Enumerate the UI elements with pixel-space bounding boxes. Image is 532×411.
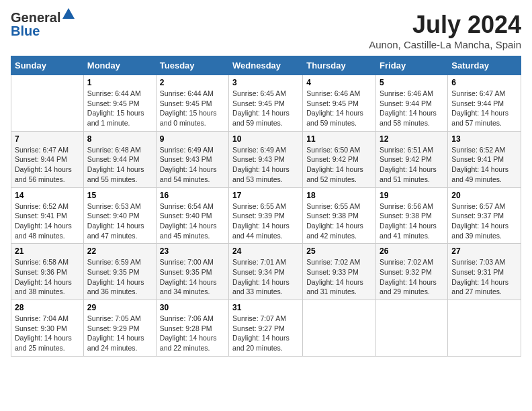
day-number: 9 (160, 134, 225, 144)
day-cell: 14Sunrise: 6:52 AM Sunset: 9:41 PM Dayli… (11, 187, 84, 244)
day-cell: 6Sunrise: 6:47 AM Sunset: 9:44 PM Daylig… (448, 75, 521, 132)
day-cell: 24Sunrise: 7:01 AM Sunset: 9:34 PM Dayli… (229, 244, 303, 300)
day-cell: 16Sunrise: 6:54 AM Sunset: 9:40 PM Dayli… (156, 187, 228, 244)
day-number: 5 (380, 78, 444, 87)
day-cell: 3Sunrise: 6:45 AM Sunset: 9:45 PM Daylig… (229, 75, 303, 132)
header-cell-thursday: Thursday (303, 56, 376, 75)
day-info: Sunrise: 7:02 AM Sunset: 9:33 PM Dayligh… (306, 257, 372, 297)
day-number: 16 (160, 191, 225, 200)
logo-triangle-icon (62, 8, 75, 19)
header: General Blue July 2024 Aunon, Castille-L… (11, 11, 521, 50)
day-number: 17 (232, 191, 299, 200)
day-number: 8 (87, 134, 152, 144)
day-cell: 8Sunrise: 6:48 AM Sunset: 9:44 PM Daylig… (83, 131, 156, 187)
day-cell: 25Sunrise: 7:02 AM Sunset: 9:33 PM Dayli… (303, 244, 376, 300)
day-info: Sunrise: 6:59 AM Sunset: 9:35 PM Dayligh… (87, 257, 152, 297)
day-info: Sunrise: 6:44 AM Sunset: 9:45 PM Dayligh… (87, 89, 152, 128)
logo: General Blue (11, 11, 75, 38)
day-number: 30 (160, 303, 225, 312)
day-cell (11, 75, 84, 132)
calendar-subtitle: Aunon, Castille-La Mancha, Spain (369, 39, 521, 50)
day-info: Sunrise: 6:52 AM Sunset: 9:41 PM Dayligh… (15, 201, 80, 241)
day-number: 6 (451, 78, 517, 87)
week-row-1: 1Sunrise: 6:44 AM Sunset: 9:45 PM Daylig… (11, 75, 521, 132)
day-info: Sunrise: 6:46 AM Sunset: 9:45 PM Dayligh… (306, 89, 372, 128)
day-cell: 19Sunrise: 6:56 AM Sunset: 9:38 PM Dayli… (376, 187, 448, 244)
day-number: 27 (451, 246, 517, 256)
day-info: Sunrise: 6:54 AM Sunset: 9:40 PM Dayligh… (160, 201, 225, 241)
day-cell: 31Sunrise: 7:07 AM Sunset: 9:27 PM Dayli… (229, 300, 303, 357)
day-cell: 20Sunrise: 6:57 AM Sunset: 9:37 PM Dayli… (448, 187, 521, 244)
day-number: 12 (380, 134, 444, 144)
day-cell: 12Sunrise: 6:51 AM Sunset: 9:42 PM Dayli… (376, 131, 448, 187)
day-cell (376, 300, 448, 357)
day-cell: 7Sunrise: 6:47 AM Sunset: 9:44 PM Daylig… (11, 131, 84, 187)
day-cell: 2Sunrise: 6:44 AM Sunset: 9:45 PM Daylig… (156, 75, 228, 132)
day-cell (303, 300, 376, 357)
day-cell: 4Sunrise: 6:46 AM Sunset: 9:45 PM Daylig… (303, 75, 376, 132)
day-number: 7 (15, 134, 80, 144)
day-info: Sunrise: 7:00 AM Sunset: 9:35 PM Dayligh… (160, 257, 225, 297)
day-cell: 21Sunrise: 6:58 AM Sunset: 9:36 PM Dayli… (11, 244, 84, 300)
calendar-table: SundayMondayTuesdayWednesdayThursdayFrid… (11, 56, 521, 357)
day-number: 26 (380, 246, 444, 256)
day-info: Sunrise: 6:47 AM Sunset: 9:44 PM Dayligh… (15, 145, 80, 185)
week-row-4: 21Sunrise: 6:58 AM Sunset: 9:36 PM Dayli… (11, 244, 521, 300)
day-info: Sunrise: 7:04 AM Sunset: 9:30 PM Dayligh… (15, 314, 80, 353)
calendar-title: July 2024 (369, 11, 521, 39)
logo-general: General (11, 11, 60, 24)
day-info: Sunrise: 6:49 AM Sunset: 9:43 PM Dayligh… (160, 145, 225, 185)
day-info: Sunrise: 6:45 AM Sunset: 9:45 PM Dayligh… (232, 89, 299, 128)
week-row-3: 14Sunrise: 6:52 AM Sunset: 9:41 PM Dayli… (11, 187, 521, 244)
day-cell: 26Sunrise: 7:02 AM Sunset: 9:32 PM Dayli… (376, 244, 448, 300)
day-info: Sunrise: 7:05 AM Sunset: 9:29 PM Dayligh… (87, 314, 152, 353)
day-info: Sunrise: 6:53 AM Sunset: 9:40 PM Dayligh… (87, 201, 152, 241)
day-info: Sunrise: 7:07 AM Sunset: 9:27 PM Dayligh… (232, 314, 299, 353)
day-info: Sunrise: 7:03 AM Sunset: 9:31 PM Dayligh… (451, 257, 517, 297)
day-number: 13 (451, 134, 517, 144)
day-info: Sunrise: 7:02 AM Sunset: 9:32 PM Dayligh… (380, 257, 444, 297)
day-number: 11 (306, 134, 372, 144)
logo-blue: Blue (11, 24, 40, 38)
day-number: 3 (232, 78, 299, 87)
day-cell: 27Sunrise: 7:03 AM Sunset: 9:31 PM Dayli… (448, 244, 521, 300)
day-info: Sunrise: 6:48 AM Sunset: 9:44 PM Dayligh… (87, 145, 152, 185)
day-info: Sunrise: 6:57 AM Sunset: 9:37 PM Dayligh… (451, 201, 517, 241)
day-number: 15 (87, 191, 152, 200)
day-number: 29 (87, 303, 152, 312)
day-number: 23 (160, 246, 225, 256)
day-number: 28 (15, 303, 80, 312)
day-cell: 29Sunrise: 7:05 AM Sunset: 9:29 PM Dayli… (83, 300, 156, 357)
day-number: 10 (232, 134, 299, 144)
day-cell: 23Sunrise: 7:00 AM Sunset: 9:35 PM Dayli… (156, 244, 228, 300)
day-cell: 30Sunrise: 7:06 AM Sunset: 9:28 PM Dayli… (156, 300, 228, 357)
day-info: Sunrise: 6:58 AM Sunset: 9:36 PM Dayligh… (15, 257, 80, 297)
day-cell: 15Sunrise: 6:53 AM Sunset: 9:40 PM Dayli… (83, 187, 156, 244)
day-cell (448, 300, 521, 357)
day-info: Sunrise: 7:01 AM Sunset: 9:34 PM Dayligh… (232, 257, 299, 297)
svg-marker-0 (62, 8, 75, 19)
day-cell: 9Sunrise: 6:49 AM Sunset: 9:43 PM Daylig… (156, 131, 228, 187)
day-number: 14 (15, 191, 80, 200)
day-info: Sunrise: 6:50 AM Sunset: 9:42 PM Dayligh… (306, 145, 372, 185)
day-info: Sunrise: 6:44 AM Sunset: 9:45 PM Dayligh… (160, 89, 225, 128)
day-info: Sunrise: 6:55 AM Sunset: 9:38 PM Dayligh… (306, 201, 372, 241)
title-area: July 2024 Aunon, Castille-La Mancha, Spa… (369, 11, 521, 50)
header-cell-friday: Friday (376, 56, 448, 75)
day-cell: 10Sunrise: 6:49 AM Sunset: 9:43 PM Dayli… (229, 131, 303, 187)
header-cell-tuesday: Tuesday (156, 56, 228, 75)
day-number: 19 (380, 191, 444, 200)
header-row: SundayMondayTuesdayWednesdayThursdayFrid… (11, 56, 521, 75)
day-info: Sunrise: 6:56 AM Sunset: 9:38 PM Dayligh… (380, 201, 444, 241)
day-number: 20 (451, 191, 517, 200)
day-info: Sunrise: 6:55 AM Sunset: 9:39 PM Dayligh… (232, 201, 299, 241)
day-info: Sunrise: 6:51 AM Sunset: 9:42 PM Dayligh… (380, 145, 444, 185)
day-cell: 13Sunrise: 6:52 AM Sunset: 9:41 PM Dayli… (448, 131, 521, 187)
day-cell: 17Sunrise: 6:55 AM Sunset: 9:39 PM Dayli… (229, 187, 303, 244)
day-cell: 11Sunrise: 6:50 AM Sunset: 9:42 PM Dayli… (303, 131, 376, 187)
day-number: 24 (232, 246, 299, 256)
day-cell: 1Sunrise: 6:44 AM Sunset: 9:45 PM Daylig… (83, 75, 156, 132)
day-cell: 22Sunrise: 6:59 AM Sunset: 9:35 PM Dayli… (83, 244, 156, 300)
day-number: 4 (306, 78, 372, 87)
header-cell-monday: Monday (83, 56, 156, 75)
